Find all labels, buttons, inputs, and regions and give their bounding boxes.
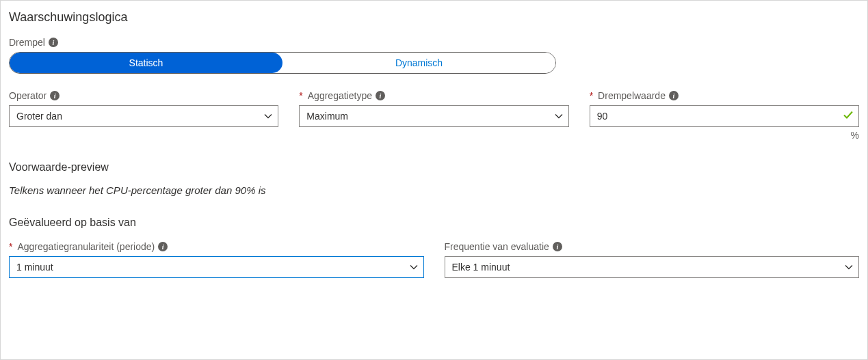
threshold-toggle: Statisch Dynamisch — [9, 52, 556, 74]
aggregation-type-select[interactable]: Maximum — [299, 105, 568, 127]
granularity-column: * Aggregatiegranulariteit (periode) i 1 … — [9, 241, 424, 278]
frequency-column: Frequentie van evaluatie i Elke 1 minuut — [445, 241, 860, 278]
threshold-label-row: Drempel i — [9, 37, 859, 48]
evaluated-heading: Geëvalueerd op basis van — [9, 217, 859, 229]
aggregation-type-label-row: * Aggregatietype i — [299, 90, 568, 101]
frequency-select[interactable]: Elke 1 minuut — [445, 256, 860, 278]
condition-preview-heading: Voorwaarde-preview — [9, 161, 859, 174]
operator-value: Groter dan — [16, 111, 62, 122]
threshold-unit: % — [590, 130, 859, 141]
threshold-dynamic-option[interactable]: Dynamisch — [282, 53, 555, 73]
required-marker: * — [299, 90, 302, 101]
condition-preview-text: Telkens wanneer het CPU-percentage grote… — [9, 184, 859, 196]
frequency-label-row: Frequentie van evaluatie i — [445, 241, 860, 252]
info-icon[interactable]: i — [376, 91, 385, 100]
threshold-value-label-row: * Drempelwaarde i — [590, 90, 859, 101]
frequency-value: Elke 1 minuut — [452, 262, 510, 273]
info-icon[interactable]: i — [50, 91, 60, 100]
granularity-label-row: * Aggregatiegranulariteit (periode) i — [9, 241, 424, 252]
operator-label-row: Operator i — [9, 90, 278, 101]
info-icon[interactable]: i — [158, 242, 168, 251]
operator-column: Operator i Groter dan — [9, 90, 278, 141]
aggregation-type-column: * Aggregatietype i Maximum — [299, 90, 568, 141]
section-title: Waarschuwingslogica — [9, 10, 859, 25]
required-marker: * — [590, 90, 593, 101]
alert-logic-panel: Waarschuwingslogica Drempel i Statisch D… — [0, 0, 868, 360]
operator-label: Operator — [9, 90, 47, 101]
threshold-value-label: Drempelwaarde — [598, 90, 666, 101]
aggregation-type-label: Aggregatietype — [308, 90, 372, 101]
info-icon[interactable]: i — [553, 242, 562, 251]
granularity-select[interactable]: 1 minuut — [9, 256, 424, 278]
threshold-label: Drempel — [9, 37, 45, 48]
threshold-value-input[interactable] — [590, 105, 859, 127]
checkmark-icon — [843, 110, 854, 123]
info-icon[interactable]: i — [49, 38, 58, 47]
granularity-label: Aggregatiegranulariteit (periode) — [17, 241, 155, 252]
aggregation-type-value: Maximum — [306, 111, 348, 122]
threshold-static-option[interactable]: Statisch — [10, 53, 282, 73]
granularity-value: 1 minuut — [16, 262, 53, 273]
threshold-value-column: * Drempelwaarde i % — [590, 90, 859, 141]
frequency-label: Frequentie van evaluatie — [445, 241, 549, 252]
info-icon[interactable]: i — [669, 91, 679, 100]
operator-select[interactable]: Groter dan — [9, 105, 278, 127]
required-marker: * — [9, 241, 12, 252]
